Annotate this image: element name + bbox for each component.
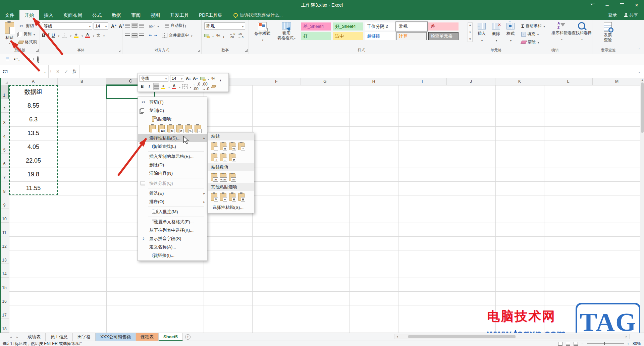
cell-style-超链接[interactable]: 超链接 bbox=[365, 32, 395, 40]
tab-view[interactable]: 视图 bbox=[146, 10, 165, 20]
align-middle-icon[interactable] bbox=[132, 24, 137, 27]
normal-view-icon[interactable] bbox=[558, 342, 562, 346]
vertical-scrollbar-thumb[interactable] bbox=[641, 82, 644, 133]
row-header-2[interactable]: 2 bbox=[0, 99, 9, 113]
tab-pdf-tools[interactable]: PDF工具集 bbox=[194, 10, 227, 20]
format-painter-button[interactable]: 格式刷 bbox=[17, 39, 38, 45]
values-icon[interactable]: 123 bbox=[211, 173, 217, 181]
sheet-tab-田字格[interactable]: 田字格 bbox=[73, 333, 96, 341]
dialog-launcher-icon[interactable] bbox=[244, 49, 248, 52]
tab-review[interactable]: 审阅 bbox=[126, 10, 146, 20]
delete-cells-button[interactable]: 删除 bbox=[489, 23, 503, 43]
tab-data[interactable]: 数据 bbox=[107, 10, 126, 20]
page-layout-view-icon[interactable] bbox=[566, 342, 570, 346]
cell-style-差_Sheet4[interactable]: 差_Sheet4 bbox=[301, 22, 331, 31]
vertical-scrollbar[interactable]: ▲ bbox=[640, 78, 644, 333]
paste-special-item[interactable]: 选择性粘贴(S)... bbox=[208, 203, 254, 212]
formatting-icon[interactable]: % bbox=[211, 193, 217, 201]
page-break-view-icon[interactable] bbox=[574, 342, 578, 346]
paste-button[interactable]: 粘贴 bbox=[2, 22, 17, 46]
horizontal-scrollbar[interactable]: ◂ ▸ bbox=[394, 334, 630, 339]
increase-decimal-icon[interactable]: ←.0.00 bbox=[230, 32, 235, 39]
insert-function-icon[interactable]: fx bbox=[73, 69, 76, 74]
undo-button[interactable] bbox=[13, 56, 20, 62]
menu-item[interactable]: 复制(C) bbox=[138, 106, 207, 115]
cell-style-常规[interactable]: 常规 bbox=[396, 22, 427, 31]
dialog-launcher-icon[interactable] bbox=[197, 49, 200, 52]
column-header-K[interactable]: K bbox=[495, 78, 544, 85]
find-select-button[interactable]: 查找和选择 bbox=[571, 22, 592, 42]
cell-A7[interactable]: 19.8 bbox=[9, 168, 58, 181]
scroll-up-icon[interactable]: ▲ bbox=[640, 78, 644, 81]
row-header-3[interactable]: 3 bbox=[0, 113, 9, 126]
row-header-1[interactable]: 1 bbox=[0, 85, 9, 99]
row-header-7[interactable]: 7 bbox=[0, 168, 9, 181]
align-right-icon[interactable] bbox=[139, 34, 144, 37]
cell-style-计算[interactable]: 计算 bbox=[396, 32, 427, 40]
menu-item[interactable]: 选择性粘贴(S)... bbox=[138, 134, 207, 142]
dialog-launcher-icon[interactable] bbox=[35, 49, 39, 52]
cell-A5[interactable]: 4.05 bbox=[9, 140, 58, 154]
menu-item[interactable]: 粘贴选项: bbox=[138, 115, 207, 123]
picture-icon[interactable]: ▣ bbox=[229, 193, 235, 201]
menu-item[interactable]: 超链接(I)... bbox=[138, 251, 207, 260]
number-format-select[interactable]: 常规 bbox=[204, 22, 245, 30]
menu-item[interactable]: 剪切(T) bbox=[138, 98, 207, 106]
row-header-13[interactable]: 13 bbox=[0, 250, 9, 264]
align-left-icon[interactable] bbox=[125, 34, 130, 37]
paste-formulas-icon[interactable]: fx bbox=[167, 125, 174, 132]
format-as-table-button[interactable]: 套用表格格式 bbox=[276, 22, 297, 41]
mini-font-name-select[interactable]: 等线 bbox=[140, 75, 168, 82]
align-center-icon[interactable] bbox=[132, 34, 137, 37]
mini-font-size-select[interactable]: 14 bbox=[170, 75, 184, 82]
menu-item[interactable]: 智能查找(L) bbox=[138, 142, 207, 151]
tab-formulas[interactable]: 公式 bbox=[87, 10, 107, 20]
tab-developer[interactable]: 开发工具 bbox=[165, 10, 194, 20]
align-top-icon[interactable] bbox=[125, 24, 130, 27]
select-all-corner[interactable] bbox=[0, 78, 9, 85]
italic-button[interactable]: I bbox=[48, 33, 49, 38]
zoom-level[interactable]: 80% bbox=[633, 341, 641, 346]
cell-style-千位分隔 2[interactable]: 千位分隔 2 bbox=[365, 22, 395, 31]
align-bottom-icon[interactable] bbox=[139, 24, 144, 27]
font-color-button[interactable]: A bbox=[171, 83, 177, 90]
fill-button[interactable]: 填充 bbox=[520, 31, 546, 37]
menu-item[interactable]: 插入复制的单元格(E)... bbox=[138, 152, 207, 161]
decrease-decimal-icon[interactable]: .00→.0 bbox=[202, 83, 209, 90]
name-box-splitter[interactable]: ⋮ bbox=[49, 65, 53, 78]
cell-A8[interactable]: 11.55 bbox=[9, 181, 58, 195]
zoom-out-icon[interactable]: − bbox=[581, 342, 583, 346]
increase-decimal-icon[interactable]: ←.0.00 bbox=[193, 83, 200, 90]
sheet-tab-员工信息[interactable]: 员工信息 bbox=[46, 333, 73, 341]
close-button[interactable] bbox=[629, 0, 644, 10]
tab-file[interactable]: 文件 bbox=[0, 10, 19, 20]
menu-item[interactable]: 快速分析(Q) bbox=[138, 179, 207, 187]
menu-item[interactable]: 筛选(E) bbox=[138, 189, 207, 197]
column-header-B[interactable]: B bbox=[58, 78, 106, 85]
wrap-text-button[interactable]: 自动换行 bbox=[164, 22, 187, 29]
tell-me-box[interactable]: 告诉我您想要做什么... bbox=[233, 10, 283, 20]
row-header-8[interactable]: 8 bbox=[0, 181, 9, 195]
row-header-9[interactable]: 9 bbox=[0, 195, 9, 209]
keep-column-widths-icon[interactable]: ↔ bbox=[220, 154, 226, 161]
no-borders-icon[interactable]: ▢ bbox=[211, 154, 217, 161]
font-size-select[interactable]: 14 bbox=[94, 22, 108, 30]
sheet-tab-课程表[interactable]: 课程表 bbox=[136, 333, 159, 341]
increase-indent-icon[interactable]: ⇥ bbox=[154, 33, 157, 38]
row-header-18[interactable]: 18 bbox=[0, 319, 9, 333]
collapse-ribbon-icon[interactable] bbox=[638, 48, 641, 52]
comma-style-icon[interactable] bbox=[223, 33, 224, 39]
column-header-I[interactable]: I bbox=[398, 78, 447, 85]
menu-item[interactable]: 设置单元格格式(F)... bbox=[138, 218, 207, 226]
bold-button[interactable]: B bbox=[42, 33, 45, 38]
invoice-check-button[interactable]: 发票查验 bbox=[597, 22, 619, 43]
borders-icon[interactable] bbox=[62, 33, 67, 38]
accounting-format-button[interactable] bbox=[200, 75, 205, 82]
menu-item[interactable]: 排序(O) bbox=[138, 197, 207, 206]
cell-style-好[interactable]: 好 bbox=[301, 32, 331, 40]
cancel-icon[interactable]: ✕ bbox=[56, 69, 60, 74]
column-header-H[interactable]: H bbox=[350, 78, 398, 85]
ribbon-display-options-button[interactable] bbox=[585, 0, 600, 10]
enter-icon[interactable]: ✓ bbox=[64, 69, 68, 74]
sign-in-button[interactable]: 登录 bbox=[608, 12, 617, 18]
